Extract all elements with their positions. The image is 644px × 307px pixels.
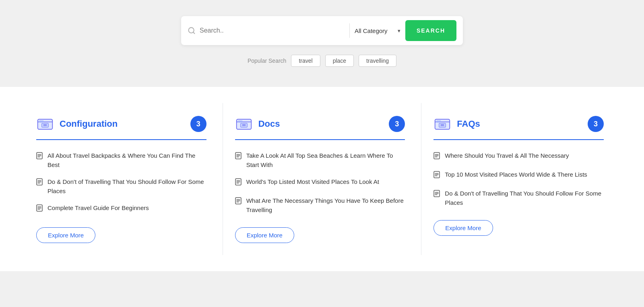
list-item: Do & Don't of Travelling That You Should… bbox=[36, 177, 206, 196]
svg-rect-20 bbox=[238, 121, 243, 123]
svg-rect-21 bbox=[240, 123, 247, 127]
search-icon bbox=[188, 27, 196, 35]
popular-tag-place[interactable]: place bbox=[325, 55, 354, 67]
card-configuration-badge: 3 bbox=[190, 116, 206, 132]
svg-rect-38 bbox=[439, 123, 446, 127]
card-configuration-title: Configuration bbox=[60, 119, 118, 129]
card-faqs-title: FAQs bbox=[457, 119, 480, 129]
card-docs-header: Docs3 bbox=[235, 115, 405, 133]
list-item: Take A Look At All Top Sea Beaches & Lea… bbox=[235, 151, 405, 169]
search-button[interactable]: SEARCH bbox=[405, 20, 456, 41]
card-faqs-items: Where Should You Travel & All The Necess… bbox=[433, 151, 604, 207]
search-input[interactable] bbox=[200, 27, 345, 34]
svg-line-1 bbox=[193, 32, 195, 34]
card-faqs-explore-button[interactable]: Explore More bbox=[433, 220, 493, 236]
svg-rect-3 bbox=[39, 121, 44, 123]
document-icon bbox=[433, 152, 440, 162]
document-icon bbox=[235, 178, 242, 188]
card-faqs-header-left: FAQs bbox=[433, 115, 480, 133]
card-configuration-items: All About Travel Backpacks & Where You C… bbox=[36, 151, 206, 214]
category-select[interactable]: All Category Configuration Docs FAQs bbox=[355, 27, 400, 34]
document-icon bbox=[235, 197, 242, 207]
list-item-text: Take A Look At All Top Sea Beaches & Lea… bbox=[246, 151, 405, 169]
card-docs-explore-button[interactable]: Explore More bbox=[235, 227, 294, 243]
list-item-text: Do & Don't of Travelling That You Should… bbox=[445, 189, 604, 207]
list-item-text: What Are The Necessary Things You Have T… bbox=[246, 196, 405, 214]
card-configuration-explore-button[interactable]: Explore More bbox=[36, 227, 95, 243]
list-item: Complete Travel Guide For Beginners bbox=[36, 204, 206, 214]
list-item-text: World's Top Listed Most Visited Places T… bbox=[246, 177, 379, 187]
card-docs-items: Take A Look At All Top Sea Beaches & Lea… bbox=[235, 151, 405, 214]
card-faqs-header: FAQs3 bbox=[433, 115, 604, 133]
list-item: All About Travel Backpacks & Where You C… bbox=[36, 151, 206, 169]
list-item: Top 10 Most Visited Places World Wide & … bbox=[433, 170, 604, 181]
list-item-text: Complete Travel Guide For Beginners bbox=[47, 204, 149, 213]
card-faqs-divider bbox=[433, 139, 604, 140]
card-faqs-badge: 3 bbox=[588, 116, 604, 132]
list-item-text: Top 10 Most Visited Places World Wide & … bbox=[445, 170, 587, 179]
card-docs-divider bbox=[235, 139, 405, 140]
card-configuration-divider bbox=[36, 139, 206, 140]
folder-icon bbox=[235, 115, 253, 133]
search-bar: All Category Configuration Docs FAQs ▾ S… bbox=[181, 16, 463, 45]
popular-search: Popular Search travel place travelling bbox=[248, 55, 396, 67]
popular-tag-travelling[interactable]: travelling bbox=[359, 55, 396, 67]
svg-rect-4 bbox=[42, 123, 49, 127]
card-docs: Docs3 Take A Look At All Top Sea Beaches… bbox=[223, 103, 422, 255]
document-icon bbox=[235, 152, 242, 162]
cards-section: Configuration3 All About Travel Backpack… bbox=[0, 87, 644, 271]
list-item-text: All About Travel Backpacks & Where You C… bbox=[47, 151, 206, 169]
card-faqs: FAQs3 Where Should You Travel & All The … bbox=[421, 103, 620, 255]
card-configuration-header: Configuration3 bbox=[36, 115, 206, 133]
card-configuration-header-left: Configuration bbox=[36, 115, 118, 133]
list-item: Do & Don't of Travelling That You Should… bbox=[433, 189, 604, 207]
category-wrapper: All Category Configuration Docs FAQs ▾ bbox=[355, 27, 400, 34]
divider bbox=[349, 23, 350, 38]
list-item: World's Top Listed Most Visited Places T… bbox=[235, 177, 405, 188]
list-item: Where Should You Travel & All The Necess… bbox=[433, 151, 604, 162]
folder-icon bbox=[433, 115, 451, 133]
popular-label: Popular Search bbox=[248, 58, 287, 64]
list-item-text: Where Should You Travel & All The Necess… bbox=[445, 151, 569, 161]
folder-icon bbox=[36, 115, 54, 133]
document-icon bbox=[433, 190, 440, 200]
document-icon bbox=[36, 204, 43, 214]
list-item-text: Do & Don't of Travelling That You Should… bbox=[47, 177, 206, 196]
hero-section: All Category Configuration Docs FAQs ▾ S… bbox=[0, 0, 644, 87]
document-icon bbox=[36, 152, 43, 162]
list-item: What Are The Necessary Things You Have T… bbox=[235, 196, 405, 214]
popular-tag-travel[interactable]: travel bbox=[291, 55, 320, 67]
card-configuration: Configuration3 All About Travel Backpack… bbox=[24, 103, 223, 255]
card-docs-title: Docs bbox=[258, 119, 280, 129]
card-docs-badge: 3 bbox=[389, 116, 405, 132]
svg-rect-37 bbox=[436, 121, 441, 123]
document-icon bbox=[36, 178, 43, 188]
document-icon bbox=[433, 171, 440, 181]
card-docs-header-left: Docs bbox=[235, 115, 280, 133]
